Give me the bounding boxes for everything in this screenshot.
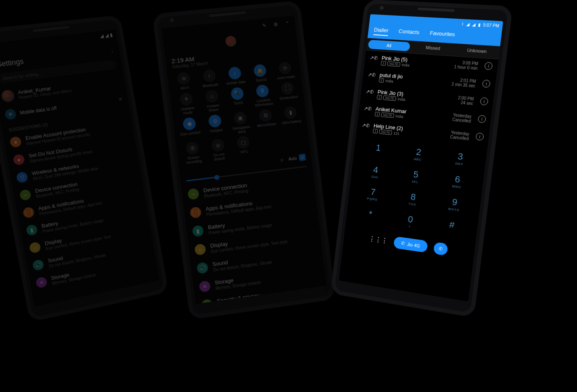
phone-settings: ◢ ◢ ▮ Settings Search for setting... ⌄ A… — [0, 15, 168, 322]
status-time: 5:07 PM — [483, 22, 499, 28]
dialpad-key[interactable]: # — [430, 213, 474, 241]
volte-badge: VoLTE — [379, 129, 392, 135]
battery-icon: ▮ — [110, 32, 113, 38]
qs-tile[interactable]: ↕ Mobile data — [223, 66, 247, 86]
signal-icon: ◢ — [105, 32, 109, 38]
qs-tile[interactable]: ≋ Wi-Fi — [171, 71, 197, 92]
qs-tile-icon: ◎ — [208, 114, 222, 128]
close-icon[interactable]: × — [118, 95, 123, 103]
chevron-right-icon[interactable] — [110, 47, 114, 55]
qs-tile-icon: ⛶ — [281, 82, 294, 95]
avatar — [1, 89, 15, 103]
qs-tile[interactable]: ⧉ MirrorShare — [253, 108, 278, 132]
call-button[interactable]: ✆ Jio 4G — [393, 236, 428, 253]
outgoing-call-icon: ↗✆ — [366, 89, 374, 95]
qs-tile[interactable]: 🔦 Torch — [225, 86, 251, 111]
front-camera — [379, 6, 384, 10]
qs-tile[interactable]: ▮ Ultra battery — [278, 105, 304, 129]
info-icon[interactable]: i — [482, 80, 491, 88]
settings-item-icon: ↔ — [187, 188, 199, 200]
info-icon[interactable]: i — [480, 97, 489, 106]
qs-tile[interactable]: ✈ Airplane mode — [174, 92, 200, 116]
qs-tile-label: Auto-rotate — [277, 75, 295, 80]
qs-tile-icon: ⟳ — [278, 61, 292, 75]
bt-icon: ᚼ — [461, 21, 464, 26]
qs-tile[interactable]: ⌂ Huawei Share — [199, 89, 225, 114]
dialler-screen: ᚼ ◢ ◢ ▮ 5:07 PM Dialler Contacts Favouri… — [339, 14, 503, 301]
qs-tile[interactable]: ◎ Hotspot — [203, 114, 228, 138]
qs-tile[interactable]: ᚼ Bluetooth — [197, 69, 222, 89]
qs-tile-icon: ⦿ — [185, 141, 199, 155]
edit-icon[interactable]: ✎ — [262, 22, 267, 28]
call-location: India — [401, 62, 410, 67]
qs-tile[interactable]: ▣ Navigation dock — [228, 111, 254, 135]
auto-checkbox[interactable]: ✓ — [299, 154, 306, 161]
dialpad-key[interactable]: 0 + — [389, 207, 432, 235]
qs-tile[interactable]: ⦿ Screen recording — [180, 141, 206, 166]
settings-item-icon: ≡ — [199, 281, 211, 293]
qs-tile[interactable]: ▢ NFC — [231, 135, 257, 160]
info-icon[interactable]: i — [475, 132, 484, 141]
brightness-icon: ☼ — [277, 157, 286, 163]
qs-tile-label: Sound — [256, 78, 267, 83]
volte-badge: VoLTE — [381, 113, 394, 118]
dialpad: 1 2 ABC 3 DEF 4 GHI 5 JKL 6 MNO 7 PQRS 8… — [345, 135, 488, 243]
qs-tile-label: Bluetooth — [202, 83, 219, 89]
settings-item-icon: ≡ — [35, 276, 48, 289]
speaker-grill — [33, 26, 69, 32]
outgoing-call-icon: ↗✆ — [364, 105, 372, 112]
info-icon[interactable]: i — [477, 115, 486, 123]
qs-tile[interactable]: ◉ Eye comfort — [177, 116, 203, 141]
signal-icon: ◢ — [472, 22, 476, 27]
qs-tile[interactable]: 🔔 Sound — [248, 63, 273, 84]
settings-item-icon: 🔒 — [201, 299, 213, 304]
info-icon[interactable]: i — [484, 62, 493, 70]
slider-knob[interactable] — [214, 175, 220, 180]
gear-icon[interactable]: ⚙ — [273, 21, 278, 27]
chevron-up-icon[interactable]: ⌃ — [285, 20, 290, 26]
sim-badge: 1 — [377, 95, 382, 100]
qs-tile-icon: ⧉ — [259, 109, 272, 122]
qs-tile-label: Huawei Share — [201, 103, 225, 113]
slider-fill — [186, 177, 217, 182]
qs-tile-label: Ultra battery — [282, 119, 302, 125]
qs-tile-icon: ▣ — [233, 111, 247, 125]
tab-dialler[interactable]: Dialler — [373, 27, 389, 36]
tab-contacts[interactable]: Contacts — [398, 28, 420, 38]
settings-item-icon: ☼ — [194, 243, 206, 255]
avatar[interactable] — [225, 35, 237, 47]
qs-tile-icon: ✈ — [179, 92, 193, 106]
qs-tile[interactable]: ⟳ Auto-rotate — [273, 61, 298, 81]
call-location: India — [395, 114, 404, 119]
qs-tile[interactable]: ⛶ Screenshot — [276, 81, 301, 105]
qs-tile-label: MirrorShare — [257, 122, 277, 128]
dialpad-toggle-icon[interactable]: ⋮⋮⋮ — [369, 235, 388, 245]
outgoing-call-icon: ↗✆ — [367, 72, 376, 78]
qs-screen: ✎ ⚙ ⌃ 2:19 AM Saturday, 17 March ≋ Wi-Fi… — [162, 16, 327, 304]
settings-item-icon: ▽ — [16, 171, 28, 183]
qs-tile[interactable]: ⚲ Location information — [250, 84, 276, 108]
suggestion-icon: ● — [9, 136, 22, 148]
speaker-grill — [418, 8, 455, 12]
auto-label: Auto — [288, 156, 297, 161]
filter-all[interactable]: All — [368, 40, 410, 51]
call-location: India — [397, 97, 406, 101]
qs-tile[interactable]: ⊘ Do not disturb — [206, 138, 231, 163]
phone-quicksettings: ✎ ⚙ ⌃ 2:19 AM Saturday, 17 March ≋ Wi-Fi… — [152, 0, 336, 320]
qs-tile-icon: ⚲ — [256, 84, 269, 98]
sim-badge: 1 — [373, 129, 378, 134]
qs-tile-label: Airplane mode — [176, 106, 200, 116]
settings-item-icon: ☼ — [29, 242, 41, 254]
qs-tile-icon: 🔦 — [230, 87, 244, 101]
signal-icon: ◢ — [466, 22, 470, 26]
suggestion-icon: ● — [13, 154, 25, 166]
qs-tile-label: Navigation dock — [230, 124, 254, 135]
call-location: 121 — [393, 131, 400, 136]
tab-favourites[interactable]: Favourites — [429, 30, 455, 40]
qs-tile-label: Wi-Fi — [180, 86, 190, 91]
dialpad-key[interactable]: * — [349, 202, 392, 230]
call-button-secondary[interactable]: ✆ — [433, 242, 448, 256]
qs-tile-icon: ▢ — [236, 136, 250, 149]
sim-badge: 1 — [375, 112, 380, 117]
settings-item-icon: ▮ — [192, 225, 204, 237]
